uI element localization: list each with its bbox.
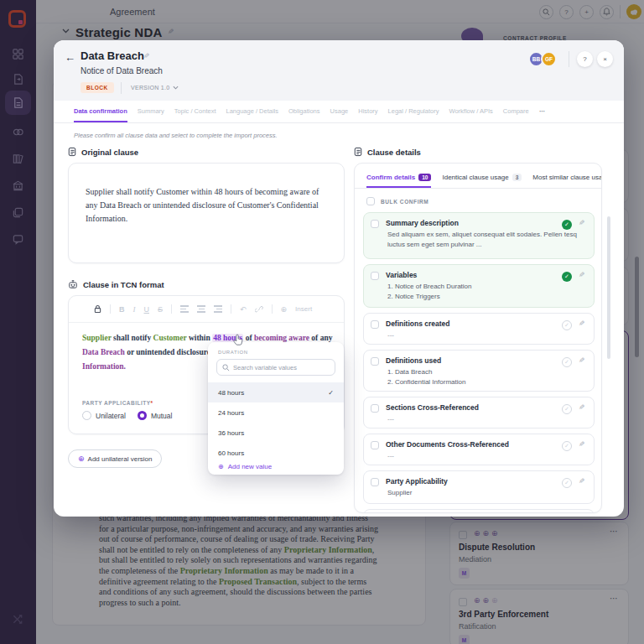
- editor-toolbar: B I U S ↶ ⊕ Insert: [69, 296, 344, 323]
- add-unilateral-version-button[interactable]: ⊕ Add unilateral version: [68, 449, 162, 468]
- tab-data-confirmation[interactable]: Data confirmation: [74, 107, 127, 122]
- radio-mutual[interactable]: [138, 411, 147, 420]
- modal-header: ← Data Breach ✎ Notice of Data Breach BL…: [54, 40, 624, 101]
- add-new-value-button[interactable]: ⊕ Add new value: [208, 463, 344, 470]
- underline-icon[interactable]: U: [144, 305, 150, 314]
- detail-card-tags[interactable]: Tags 48 hours awareness of breach uninte…: [363, 509, 595, 513]
- align-center-icon[interactable]: [197, 304, 205, 314]
- italic-icon[interactable]: I: [133, 305, 136, 314]
- detail-card-definitions-created[interactable]: Definitions created --- ✓ ✎: [363, 313, 595, 345]
- party-applicability-options: Unilateral Mutual: [82, 411, 184, 420]
- tab-similar-usage[interactable]: Most similar clause usage 72: [532, 174, 602, 188]
- party-term[interactable]: Customer: [153, 334, 187, 342]
- modal-help-button[interactable]: ?: [577, 51, 593, 67]
- tab-workflow-apis[interactable]: Workflow / APIs: [449, 107, 492, 122]
- detail-card-other-documents[interactable]: Other Documents Cross-Referenced --- ✓ ✎: [363, 434, 595, 465]
- detail-card-party-applicability[interactable]: Party Applicability Supplier ✓ ✎: [363, 470, 595, 504]
- detail-card-variables[interactable]: Variables 1. Notice of Breach Duration 2…: [363, 264, 595, 308]
- avatar[interactable]: GF: [541, 51, 557, 67]
- details-scrollbar[interactable]: [607, 216, 610, 359]
- confirmed-check-icon: ✓: [562, 272, 572, 282]
- detail-checkbox[interactable]: [371, 357, 379, 366]
- edit-clause-name-icon[interactable]: ✎: [143, 52, 150, 60]
- back-arrow-icon[interactable]: ←: [65, 51, 75, 64]
- radio-unilateral[interactable]: [82, 411, 91, 420]
- edit-icon[interactable]: ✎: [579, 271, 585, 279]
- align-right-icon[interactable]: [214, 304, 222, 314]
- edit-icon[interactable]: ✎: [579, 219, 585, 227]
- robot-icon: [68, 279, 78, 289]
- detail-checkbox[interactable]: [371, 220, 379, 228]
- pending-check-icon: ✓: [562, 478, 572, 488]
- pending-check-icon: ✓: [562, 320, 572, 330]
- tab-confirm-details[interactable]: Confirm details 10: [366, 174, 431, 188]
- confirmed-check-icon: ✓: [562, 220, 572, 230]
- dropdown-option-48-hours[interactable]: 48 hours ✓: [208, 382, 344, 402]
- edit-icon[interactable]: ✎: [579, 319, 585, 328]
- version-selector[interactable]: VERSION 1.0: [131, 85, 179, 91]
- tab-topic-context[interactable]: Topic / Context: [174, 107, 216, 122]
- tab-legal-regulatory[interactable]: Legal / Regulatory: [388, 107, 439, 122]
- chevron-down-icon: [173, 86, 179, 90]
- close-icon: ×: [603, 55, 607, 63]
- tab-usage[interactable]: Usage: [330, 107, 349, 122]
- detail-card-summary-description[interactable]: Summary description Sed aliquam ex sem, …: [363, 212, 595, 259]
- tab-history[interactable]: History: [358, 107, 377, 122]
- strikethrough-icon[interactable]: S: [158, 305, 163, 314]
- variable-search-field[interactable]: [216, 359, 335, 376]
- lock-icon[interactable]: [94, 304, 101, 314]
- party-term[interactable]: Supplier: [82, 334, 112, 342]
- defined-term[interactable]: Data Breach: [82, 348, 125, 356]
- edit-icon[interactable]: ✎: [579, 477, 585, 486]
- tabs-more-icon[interactable]: ⋯: [539, 107, 546, 122]
- pending-check-icon: ✓: [562, 404, 572, 414]
- document-icon: [68, 147, 76, 157]
- link-icon[interactable]: [255, 305, 263, 314]
- clause-details-card: Confirm details 10 Identical clause usag…: [354, 163, 602, 513]
- tab-language-details[interactable]: Language / Details: [226, 107, 278, 122]
- defined-term[interactable]: becoming aware: [254, 334, 309, 342]
- dropdown-option-36-hours[interactable]: 36 hours: [208, 423, 344, 443]
- edit-icon[interactable]: ✎: [579, 440, 585, 449]
- tab-identical-usage[interactable]: Identical clause usage 3: [442, 174, 522, 188]
- search-icon: [222, 364, 230, 371]
- party-applicability-label: PARTY APPLICABILITY*: [82, 400, 153, 406]
- bold-icon[interactable]: B: [119, 305, 125, 314]
- detail-checkbox[interactable]: [371, 441, 379, 449]
- detail-checkbox[interactable]: [371, 404, 379, 413]
- detail-card-definitions-used[interactable]: Definitions used 1. Data Breach 2. Confi…: [363, 350, 595, 392]
- tab-compare[interactable]: Compare: [503, 107, 529, 122]
- modal-title: Data Breach: [80, 49, 144, 62]
- search-input[interactable]: [233, 364, 325, 371]
- bulk-confirm-row: BULK CONFIRM: [366, 197, 428, 205]
- type-badge: BLOCK: [80, 82, 114, 93]
- detail-card-sections-cross-referenced[interactable]: Sections Cross-Referenced --- ✓ ✎: [363, 397, 595, 428]
- dropdown-option-60-hours[interactable]: 60 hours: [208, 443, 344, 463]
- dropdown-label: DURATION: [218, 350, 248, 355]
- edit-icon[interactable]: ✎: [579, 403, 585, 412]
- dropdown-option-24-hours[interactable]: 24 hours: [208, 402, 344, 423]
- insert-label[interactable]: Insert: [295, 305, 312, 313]
- detail-checkbox[interactable]: [371, 320, 379, 329]
- plus-circle-icon: ⊕: [218, 463, 224, 470]
- tcn-format-heading: Clause in TCN format: [83, 280, 164, 289]
- modal-tabs: Data confirmation Summary Topic / Contex…: [54, 101, 624, 123]
- edit-icon[interactable]: ✎: [579, 356, 585, 365]
- insert-icon[interactable]: ⊕: [281, 305, 288, 314]
- undo-icon[interactable]: ↶: [240, 305, 247, 314]
- tab-obligations[interactable]: Obligations: [288, 107, 320, 122]
- cursor-pointer-icon: [233, 334, 244, 345]
- modal-close-button[interactable]: ×: [597, 51, 613, 67]
- check-icon: ✓: [328, 389, 334, 397]
- original-clause-card: Supplier shall notify Customer within 48…: [68, 163, 345, 263]
- duration-dropdown: DURATION 48 hours ✓ 24 hours 36 hours 60…: [208, 342, 344, 475]
- clause-modal: ← Data Breach ✎ Notice of Data Breach BL…: [54, 40, 624, 517]
- clause-details-heading: Clause details: [367, 148, 421, 157]
- detail-checkbox[interactable]: [371, 478, 379, 486]
- original-clause-text: Supplier shall notify Customer within 48…: [69, 164, 344, 226]
- tab-summary[interactable]: Summary: [138, 107, 164, 122]
- align-left-icon[interactable]: [180, 304, 189, 314]
- document-icon: [354, 147, 362, 157]
- bulk-confirm-checkbox[interactable]: [366, 197, 375, 205]
- detail-checkbox[interactable]: [371, 272, 379, 280]
